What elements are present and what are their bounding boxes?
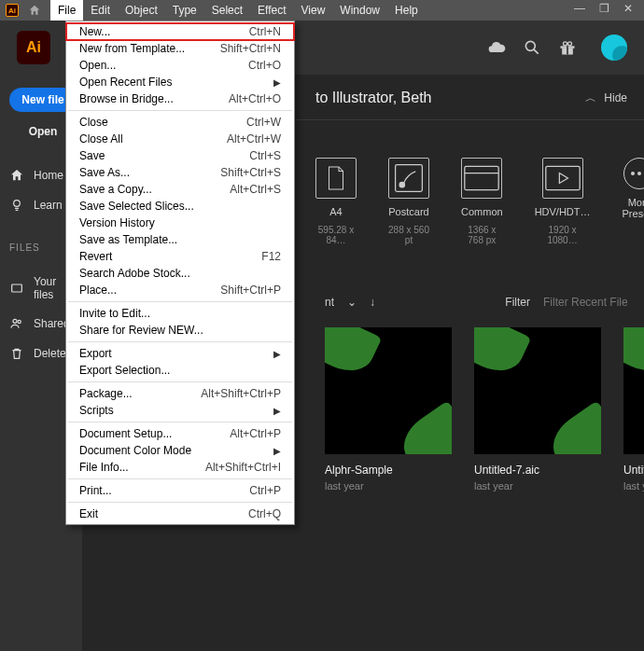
- recent-file[interactable]: Untitled-5.aiclast year: [623, 327, 644, 492]
- recent-file[interactable]: ☁Alphr-Samplelast year: [325, 327, 452, 492]
- menu-item-print[interactable]: Print...Ctrl+P: [66, 482, 294, 499]
- menu-item-label: New from Template...: [79, 42, 185, 55]
- search-icon[interactable]: [523, 38, 541, 57]
- menu-item-save-as[interactable]: Save As...Shift+Ctrl+S: [66, 164, 294, 181]
- menu-item-save-as-template[interactable]: Save as Template...: [66, 231, 294, 248]
- menu-item-revert[interactable]: RevertF12: [66, 248, 294, 265]
- menu-effect[interactable]: Effect: [250, 0, 293, 21]
- preset-name: Common: [461, 206, 503, 217]
- menu-item-save[interactable]: SaveCtrl+S: [66, 147, 294, 164]
- menu-shortcut: Alt+Ctrl+O: [229, 92, 281, 105]
- collapse-chevron-icon[interactable]: ︿: [585, 90, 596, 106]
- filter-input[interactable]: [543, 296, 627, 309]
- sidebar-item-home[interactable]: Home: [9, 168, 73, 183]
- sort-label-fragment: nt: [325, 296, 334, 309]
- gift-icon[interactable]: [558, 38, 577, 57]
- maximize-button[interactable]: ❐: [592, 0, 616, 17]
- cloud-badge-icon: ☁: [581, 434, 597, 450]
- menu-item-browse-in-bridge[interactable]: Browse in Bridge...Alt+Ctrl+O: [66, 90, 294, 107]
- menu-shortcut: Shift+Ctrl+N: [220, 42, 281, 55]
- menu-shortcut: Alt+Ctrl+S: [230, 183, 281, 196]
- menu-shortcut: Alt+Ctrl+W: [227, 132, 281, 145]
- menu-item-document-setup[interactable]: Document Setup...Alt+Ctrl+P: [66, 425, 294, 442]
- submenu-arrow-icon: ▶: [273, 406, 281, 416]
- file-name: Untitled-7.aic: [474, 464, 601, 477]
- preset-name: HDV/HDT…: [535, 206, 591, 217]
- menu-item-label: Save As...: [79, 166, 130, 179]
- menu-view[interactable]: View: [294, 0, 333, 21]
- sort-chevron-icon[interactable]: ⌄: [347, 296, 357, 309]
- more-presets-label: More Presets: [623, 197, 644, 219]
- menu-type[interactable]: Type: [165, 0, 204, 21]
- preset-postcard[interactable]: Postcard288 x 560 pt: [388, 158, 429, 245]
- sidebar-item-deleted[interactable]: Deleted: [9, 346, 73, 361]
- sidebar-item-label: Shared: [34, 317, 70, 330]
- recent-file[interactable]: ☁Untitled-7.aiclast year: [474, 327, 601, 492]
- file-time: last year: [325, 480, 452, 492]
- menu-item-new[interactable]: New...Ctrl+N: [66, 23, 294, 40]
- files-section-label: FILES: [9, 242, 73, 253]
- sidebar-item-shared[interactable]: Shared: [9, 316, 73, 331]
- menu-item-version-history[interactable]: Version History: [66, 215, 294, 231]
- menu-item-open-recent-files[interactable]: Open Recent Files▶: [66, 74, 294, 90]
- menu-item-label: Print...: [79, 484, 112, 497]
- menu-file[interactable]: File: [50, 0, 83, 21]
- menu-item-scripts[interactable]: Scripts▶: [66, 402, 294, 419]
- menu-shortcut: Ctrl+P: [249, 484, 281, 497]
- brush-icon: [388, 158, 429, 199]
- more-presets-button[interactable]: More Presets: [623, 158, 644, 245]
- menu-item-document-color-mode[interactable]: Document Color Mode▶: [66, 442, 294, 459]
- menu-item-save-selected-slices[interactable]: Save Selected Slices...: [66, 198, 294, 215]
- menu-item-close-all[interactable]: Close AllAlt+Ctrl+W: [66, 131, 294, 147]
- svg-point-7: [14, 201, 21, 207]
- minimize-button[interactable]: —: [567, 0, 592, 17]
- menu-select[interactable]: Select: [204, 0, 250, 21]
- menu-edit[interactable]: Edit: [83, 0, 118, 21]
- avatar[interactable]: [601, 35, 627, 61]
- menu-item-invite-to-edit[interactable]: Invite to Edit...: [66, 305, 294, 322]
- thumbnail-image: ☁: [325, 327, 452, 454]
- preset-dimensions: 288 x 560 pt: [388, 225, 429, 245]
- menu-item-new-from-template[interactable]: New from Template...Shift+Ctrl+N: [66, 40, 294, 57]
- preset-dimensions: 595.28 x 84…: [315, 225, 357, 245]
- hide-suggestions-link[interactable]: Hide: [604, 91, 627, 104]
- close-button[interactable]: ✕: [616, 0, 640, 17]
- bulb-icon: [9, 198, 24, 213]
- sidebar-item-learn[interactable]: Learn: [9, 198, 73, 213]
- home-icon[interactable]: [28, 4, 41, 17]
- menu-item-package[interactable]: Package...Alt+Shift+Ctrl+P: [66, 385, 294, 402]
- file-name: Untitled-5.aic: [623, 464, 644, 477]
- menu-item-label: Save Selected Slices...: [79, 200, 194, 213]
- menu-item-exit[interactable]: ExitCtrl+Q: [66, 506, 294, 522]
- file-menu-dropdown: New...Ctrl+NNew from Template...Shift+Ct…: [65, 21, 295, 525]
- menu-separator: [68, 502, 292, 503]
- menu-shortcut: Ctrl+O: [248, 59, 281, 72]
- menu-item-open[interactable]: Open...Ctrl+O: [66, 57, 294, 74]
- preset-common[interactable]: Common1366 x 768 px: [461, 158, 503, 245]
- sort-direction-icon[interactable]: ↓: [370, 296, 375, 309]
- menu-shortcut: Ctrl+W: [246, 116, 281, 129]
- menu-item-label: File Info...: [79, 461, 129, 474]
- menu-shortcut: Shift+Ctrl+P: [220, 284, 281, 297]
- menu-item-search-adobe-stock[interactable]: Search Adobe Stock...: [66, 265, 294, 282]
- menu-item-share-for-review-new[interactable]: Share for Review NEW...: [66, 322, 294, 339]
- menu-item-close[interactable]: CloseCtrl+W: [66, 114, 294, 131]
- menu-item-export-selection[interactable]: Export Selection...: [66, 362, 294, 379]
- menu-window[interactable]: Window: [332, 0, 387, 21]
- menu-item-label: Share for Review NEW...: [79, 324, 203, 337]
- menu-item-save-a-copy[interactable]: Save a Copy...Alt+Ctrl+S: [66, 181, 294, 198]
- menu-object[interactable]: Object: [118, 0, 165, 21]
- home-icon: [9, 168, 24, 183]
- menu-item-label: Document Color Mode: [79, 444, 191, 457]
- cloud-icon[interactable]: [487, 38, 506, 57]
- menu-item-export[interactable]: Export▶: [66, 345, 294, 362]
- preset-hdv-hdt-[interactable]: HDV/HDT…1920 x 1080…: [535, 158, 591, 245]
- menu-item-place[interactable]: Place...Shift+Ctrl+P: [66, 282, 294, 298]
- menu-item-file-info[interactable]: File Info...Alt+Shift+Ctrl+I: [66, 459, 294, 476]
- menu-help[interactable]: Help: [387, 0, 426, 21]
- sidebar-item-your-files[interactable]: Your files: [9, 275, 73, 301]
- menu-item-label: Save as Template...: [79, 233, 177, 246]
- menu-item-label: Scripts: [79, 404, 114, 417]
- svg-point-6: [568, 42, 572, 46]
- preset-a4[interactable]: A4595.28 x 84…: [315, 158, 357, 245]
